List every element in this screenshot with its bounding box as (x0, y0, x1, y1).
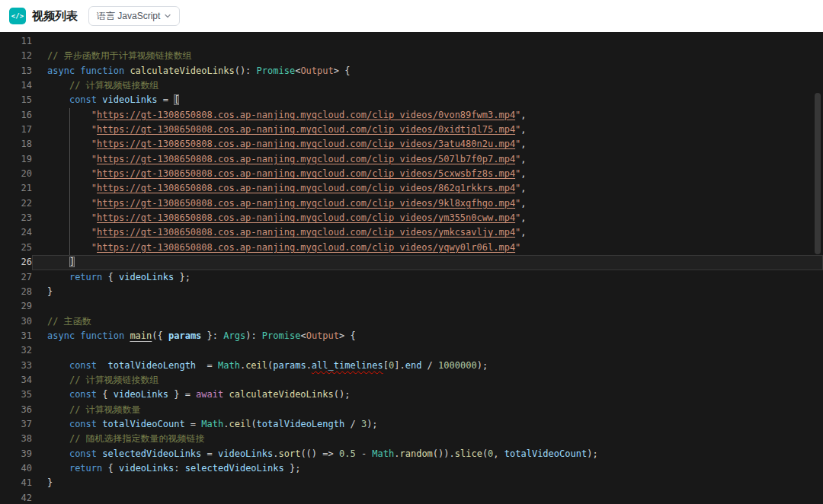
line-number: 31 (0, 329, 32, 343)
code-line-41[interactable]: } (32, 476, 823, 490)
code-line-37[interactable]: const totalVideoCount = Math.ceil(totalV… (32, 417, 823, 432)
code-token: (): (235, 65, 257, 76)
code-line-27[interactable]: return { videoLinks }; (32, 270, 823, 285)
chevron-down-icon (164, 12, 171, 20)
code-token: slice (455, 448, 482, 459)
url-link[interactable]: https://gt-1308650808.cos.ap-nanjing.myq… (97, 110, 515, 120)
code-editor[interactable]: 1112131415161718192021222324252627282930… (0, 32, 823, 504)
code-token: ceil (245, 360, 267, 371)
code-token: = (201, 448, 218, 459)
line-number: 33 (0, 359, 32, 373)
code-token: // 计算视频链接数组 (69, 375, 159, 385)
code-line-34[interactable]: // 计算视频链接数组 (32, 373, 823, 388)
code-token: > { (339, 330, 356, 341)
code-line-23[interactable]: "https://gt-1308650808.cos.ap-nanjing.my… (32, 211, 823, 225)
code-token: " (91, 124, 97, 135)
code-token (47, 448, 69, 459)
code-token: ]. (394, 360, 405, 371)
code-line-36[interactable]: // 计算视频数量 (32, 403, 823, 417)
scrollbar-thumb[interactable] (815, 93, 821, 254)
code-token: calculateVideoLinks (229, 389, 333, 400)
code-line-16[interactable]: "https://gt-1308650808.cos.ap-nanjing.my… (32, 108, 823, 123)
line-number: 26 (0, 255, 32, 270)
code-token (47, 463, 69, 474)
url-link[interactable]: https://gt-1308650808.cos.ap-nanjing.myq… (97, 183, 515, 193)
code-token (47, 272, 69, 282)
code-token: const (69, 419, 97, 429)
code-token: Math (372, 448, 394, 459)
code-token (47, 419, 69, 429)
code-line-26[interactable]: ] (32, 255, 823, 270)
code-token: , (520, 154, 526, 164)
url-link[interactable]: https://gt-1308650808.cos.ap-nanjing.myq… (97, 154, 515, 164)
code-token: // 随机选择指定数量的视频链接 (69, 433, 205, 444)
code-token: totalVideoCount (504, 448, 587, 459)
line-number: 25 (0, 241, 32, 255)
code-line-38[interactable]: // 随机选择指定数量的视频链接 (32, 432, 823, 446)
code-token: 1000000 (438, 360, 477, 371)
code-line-18[interactable]: "https://gt-1308650808.cos.ap-nanjing.my… (32, 137, 823, 152)
code-line-35[interactable]: const { videoLinks } = await calculateVi… (32, 388, 823, 402)
line-number: 18 (0, 137, 32, 152)
code-line-29[interactable] (32, 299, 823, 314)
code-token (47, 94, 69, 105)
code-line-33[interactable]: const totalVideoLength = Math.ceil(param… (32, 359, 823, 373)
page-title: 视频列表 (32, 9, 78, 24)
code-line-40[interactable]: return { videoLinks: selectedVideoLinks … (32, 461, 823, 476)
code-token: ); (367, 419, 377, 429)
code-token (47, 404, 69, 415)
code-line-28[interactable]: } (32, 285, 823, 299)
line-number: 34 (0, 373, 32, 388)
code-line-15[interactable]: const videoLinks = [ (32, 93, 823, 107)
code-line-39[interactable]: const selectedVideoLinks = videoLinks.so… (32, 447, 823, 461)
code-token: ): (245, 330, 262, 341)
code-token: calculateVideoLinks (130, 65, 234, 76)
line-number: 19 (0, 152, 32, 167)
code-line-31[interactable]: async function main({ params }: Args): P… (32, 329, 823, 343)
code-line-13[interactable]: async function calculateVideoLinks(): Pr… (32, 64, 823, 78)
code-line-20[interactable]: "https://gt-1308650808.cos.ap-nanjing.my… (32, 167, 823, 181)
code-line-21[interactable]: "https://gt-1308650808.cos.ap-nanjing.my… (32, 181, 823, 196)
url-link[interactable]: https://gt-1308650808.cos.ap-nanjing.myq… (97, 227, 515, 238)
code-line-24[interactable]: "https://gt-1308650808.cos.ap-nanjing.my… (32, 225, 823, 240)
code-line-14[interactable]: // 计算视频链接数组 (32, 78, 823, 93)
code-token: // 主函数 (47, 316, 91, 327)
code-token: . (306, 360, 312, 371)
url-link[interactable]: https://gt-1308650808.cos.ap-nanjing.myq… (97, 168, 515, 179)
code-line-42[interactable] (32, 491, 823, 504)
code-line-19[interactable]: "https://gt-1308650808.cos.ap-nanjing.my… (32, 152, 823, 167)
code-line-32[interactable] (32, 343, 823, 358)
code-token: 0.5 (339, 448, 356, 459)
line-number: 42 (0, 491, 32, 504)
code-line-11[interactable] (32, 34, 823, 49)
code-token: , (520, 110, 526, 120)
code-token (47, 257, 69, 267)
url-link[interactable]: https://gt-1308650808.cos.ap-nanjing.myq… (97, 139, 515, 149)
code-token: - (356, 448, 373, 459)
code-line-22[interactable]: "https://gt-1308650808.cos.ap-nanjing.my… (32, 196, 823, 211)
line-number: 12 (0, 49, 32, 63)
code-lines[interactable]: // 异步函数用于计算视频链接数组async function calculat… (32, 32, 823, 504)
code-token: all_timelines (312, 360, 383, 371)
line-number: 39 (0, 447, 32, 461)
line-number: 23 (0, 211, 32, 225)
code-line-25[interactable]: "https://gt-1308650808.cos.ap-nanjing.my… (32, 241, 823, 255)
code-line-12[interactable]: // 异步函数用于计算视频链接数组 (32, 49, 823, 63)
code-line-17[interactable]: "https://gt-1308650808.cos.ap-nanjing.my… (32, 123, 823, 137)
code-token: selectedVideoLinks (102, 448, 201, 459)
url-link[interactable]: https://gt-1308650808.cos.ap-nanjing.myq… (97, 212, 515, 223)
code-token: , (493, 448, 504, 459)
code-token: " (91, 242, 97, 253)
code-token: = (196, 360, 218, 371)
code-token: random (399, 448, 432, 459)
code-token: await (196, 389, 223, 400)
code-line-30[interactable]: // 主函数 (32, 314, 823, 329)
url-link[interactable]: https://gt-1308650808.cos.ap-nanjing.myq… (97, 124, 515, 135)
language-dropdown[interactable]: 语言 JavaScript (88, 6, 180, 26)
url-link[interactable]: https://gt-1308650808.cos.ap-nanjing.myq… (97, 198, 515, 209)
url-link[interactable]: https://gt-1308650808.cos.ap-nanjing.myq… (97, 242, 515, 253)
code-token: videoLinks (114, 389, 168, 400)
code-token: ); (477, 360, 488, 371)
code-token: Output (306, 330, 339, 341)
code-token: " (91, 168, 97, 179)
